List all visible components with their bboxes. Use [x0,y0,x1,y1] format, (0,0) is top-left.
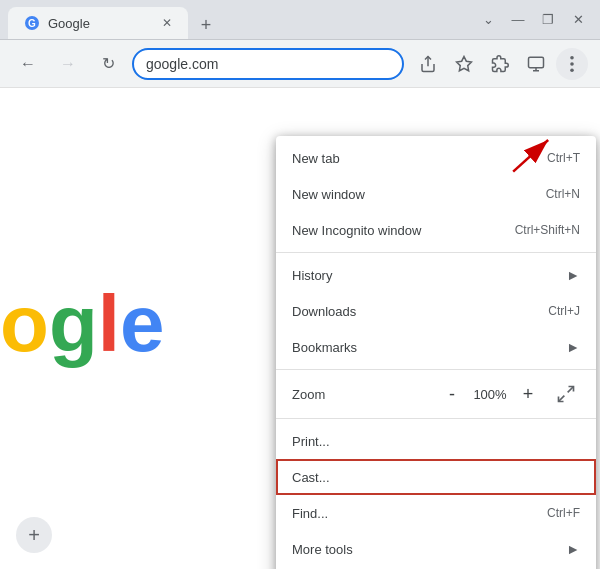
divider-3 [276,418,596,419]
menu-item-history[interactable]: History ► [276,257,596,293]
minimize-button2[interactable]: — [504,6,532,34]
logo-e: e [120,279,165,368]
fullscreen-button[interactable] [552,380,580,408]
divider-2 [276,369,596,370]
address-bar[interactable]: google.com [132,48,404,80]
menu-item-downloads[interactable]: Downloads Ctrl+J [276,293,596,329]
logo-l: l [98,279,120,368]
menu-item-find[interactable]: Find... Ctrl+F [276,495,596,531]
new-tab-button[interactable]: + [192,11,220,39]
tab-bar: G Google ✕ + [8,0,220,39]
history-arrow-icon: ► [566,267,580,283]
menu-item-more-tools[interactable]: More tools ► [276,531,596,567]
logo-o1: o [0,279,49,368]
maximize-button[interactable]: ❐ [534,6,562,34]
svg-line-9 [559,396,565,402]
svg-point-5 [570,55,574,59]
svg-line-8 [568,387,574,393]
share-icon-btn[interactable] [412,48,444,80]
close-button[interactable]: ✕ [564,6,592,34]
cast-tab-icon-btn[interactable] [520,48,552,80]
divider-1 [276,252,596,253]
toolbar-icons [412,48,588,80]
minimize-button[interactable]: ⌄ [474,6,502,34]
menu-item-new-window[interactable]: New window Ctrl+N [276,176,596,212]
window-controls: ⌄ — ❐ ✕ [474,6,592,34]
zoom-in-button[interactable]: + [512,378,544,410]
svg-marker-3 [457,56,472,70]
page-new-tab-button[interactable]: + [16,517,52,553]
menu-item-bookmarks[interactable]: Bookmarks ► [276,329,596,365]
extension-icon-btn[interactable] [484,48,516,80]
menu-item-print[interactable]: Print... [276,423,596,459]
tab-favicon: G [24,15,40,31]
zoom-controls: - 100% + [436,378,544,410]
bookmark-icon-btn[interactable] [448,48,480,80]
svg-text:G: G [28,18,36,29]
address-text: google.com [146,56,218,72]
main-content: ogle + New tab Ctrl+T New window Ctrl+N … [0,88,600,569]
menu-item-new-tab[interactable]: New tab Ctrl+T [276,140,596,176]
zoom-out-button[interactable]: - [436,378,468,410]
more-menu-button[interactable] [556,48,588,80]
svg-point-6 [570,62,574,66]
reload-button[interactable]: ↻ [92,48,124,80]
back-button[interactable]: ← [12,48,44,80]
zoom-label: Zoom [292,387,436,402]
toolbar: ← → ↻ google.com [0,40,600,88]
browser-chrome: G Google ✕ + ⌄ — ❐ ✕ [0,0,600,40]
menu-item-new-incognito[interactable]: New Incognito window Ctrl+Shift+N [276,212,596,248]
forward-button[interactable]: → [52,48,84,80]
zoom-row: Zoom - 100% + [276,374,596,414]
zoom-value: 100% [468,387,512,402]
context-menu: New tab Ctrl+T New window Ctrl+N New Inc… [276,136,596,569]
bookmarks-arrow-icon: ► [566,339,580,355]
more-tools-arrow-icon: ► [566,541,580,557]
menu-item-cast[interactable]: Cast... [276,459,596,495]
svg-rect-4 [529,57,544,68]
logo-g2: g [49,279,98,368]
svg-point-7 [570,68,574,72]
tab-title: Google [48,16,90,31]
tab-close-btn[interactable]: ✕ [162,16,172,30]
browser-tab[interactable]: G Google ✕ [8,7,188,39]
